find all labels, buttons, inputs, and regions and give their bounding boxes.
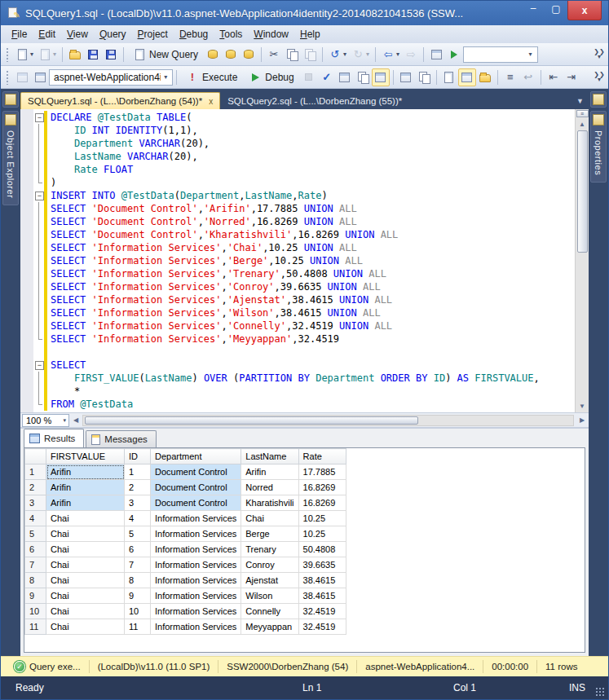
grid-cell[interactable]: 32.4519 — [298, 619, 346, 635]
menu-file[interactable]: File — [6, 27, 33, 42]
fold-collapse-icon[interactable] — [33, 111, 44, 124]
menu-debug[interactable]: Debug — [174, 27, 214, 42]
toolbar-overflow-button[interactable]: ❯❯▾ — [594, 73, 605, 82]
row-number[interactable]: 4 — [25, 511, 46, 526]
grid-cell[interactable]: Berge — [241, 526, 298, 542]
toolbar-grip[interactable] — [6, 70, 10, 85]
column-header-lastname[interactable]: LastName — [241, 449, 298, 464]
grid-cell[interactable]: Arifin — [46, 495, 125, 511]
open-file-button[interactable] — [66, 46, 84, 64]
increase-indent-button[interactable]: ⇥ — [563, 68, 580, 86]
code-line[interactable]: SELECT 'Document Control','Kharatishvili… — [33, 228, 575, 241]
code-line[interactable]: SELECT 'Information Services','Meyyappan… — [33, 332, 575, 346]
grid-cell[interactable]: Information Services — [151, 588, 241, 604]
grid-cell[interactable]: Information Services — [151, 511, 241, 526]
grid-corner-header[interactable] — [25, 449, 46, 464]
parse-button[interactable]: ✓ — [318, 68, 336, 86]
find-combo[interactable]: ▾ — [463, 46, 538, 63]
redo-button[interactable]: ↻▾ — [349, 46, 372, 64]
grid-cell[interactable]: Arifin — [46, 480, 125, 495]
menu-help[interactable]: Help — [294, 27, 326, 42]
grid-cell[interactable]: 6 — [125, 542, 151, 557]
object-explorer-icon[interactable] — [5, 94, 16, 105]
code-line[interactable]: Department VARCHAR(20), — [33, 137, 575, 150]
connect-button[interactable] — [13, 68, 31, 86]
grid-cell[interactable]: Chai — [241, 511, 298, 526]
tab-messages[interactable]: Messages — [86, 430, 156, 447]
grid-cell[interactable]: Document Control — [151, 464, 241, 480]
new-mdx-query-button[interactable] — [204, 46, 222, 64]
scroll-left-icon[interactable]: ◀ — [69, 416, 82, 424]
grid-cell[interactable]: Document Control — [151, 480, 241, 495]
code-line[interactable]: SELECT 'Information Services','Chai',10.… — [33, 241, 575, 254]
properties-tab[interactable]: Properties — [590, 111, 607, 183]
grid-cell[interactable]: Chai — [46, 588, 125, 604]
navigate-forward-button[interactable]: ⇨ — [402, 46, 420, 64]
grid-cell[interactable]: 7 — [125, 557, 151, 573]
object-explorer-tab[interactable]: Object Explorer — [2, 111, 19, 205]
code-line[interactable]: SELECT 'Information Services','Wilson',3… — [33, 306, 575, 319]
vertical-scroll-thumb[interactable] — [577, 130, 588, 253]
include-actual-plan-button[interactable] — [397, 68, 415, 86]
code-line[interactable]: INSERT INTO @TestData(Department,LastNam… — [33, 189, 575, 202]
grid-cell[interactable]: 17.7885 — [298, 464, 346, 480]
stop-button[interactable] — [300, 68, 318, 86]
uncomment-lines-button[interactable]: ↩ — [519, 68, 537, 86]
grid-cell[interactable]: Ajenstat — [241, 573, 298, 588]
row-number[interactable]: 5 — [25, 526, 46, 542]
new-query-button[interactable]: New Query — [127, 46, 204, 64]
navigate-backward-button[interactable]: ⇦▾ — [379, 46, 402, 64]
decrease-indent-button[interactable]: ⇤ — [545, 68, 563, 86]
code-line[interactable]: SELECT 'Information Services','Connelly'… — [33, 319, 575, 332]
code-line[interactable]: SELECT — [33, 359, 575, 372]
code-line[interactable] — [33, 346, 575, 359]
code-line[interactable]: FIRST_VALUE(LastName) OVER (PARTITION BY… — [33, 372, 575, 385]
execute-button[interactable]: !Execute — [180, 68, 243, 86]
client-statistics-button[interactable] — [415, 68, 433, 86]
activity-monitor-button[interactable] — [427, 46, 445, 64]
code-line[interactable]: Rate FLOAT — [33, 163, 575, 176]
code-line[interactable]: ) — [33, 176, 575, 189]
menu-edit[interactable]: Edit — [33, 27, 61, 42]
code-line[interactable]: SELECT 'Document Control','Norred',16.82… — [33, 215, 575, 228]
horizontal-scroll-thumb[interactable] — [85, 416, 418, 425]
grid-cell[interactable]: 11 — [125, 619, 151, 635]
code-line[interactable]: SELECT 'Information Services','Conroy',3… — [33, 280, 575, 293]
grid-cell[interactable]: Conroy — [241, 557, 298, 573]
comment-lines-button[interactable]: ≡ — [501, 68, 519, 86]
editor-vertical-scrollbar[interactable]: ≡ ▲ ▼ — [575, 109, 589, 412]
grid-cell[interactable]: Connelly — [241, 604, 298, 619]
new-dmx-query-button[interactable] — [222, 46, 240, 64]
grid-cell[interactable]: Chai — [46, 619, 125, 635]
menu-project[interactable]: Project — [132, 27, 174, 42]
column-header-firstvalue[interactable]: FIRSTVALUE — [46, 449, 125, 464]
save-button[interactable] — [84, 46, 102, 64]
scroll-right-icon[interactable]: ▶ — [576, 416, 589, 424]
column-header-id[interactable]: ID — [125, 449, 151, 464]
minimize-button[interactable]: – — [522, 1, 545, 17]
save-all-button[interactable] — [102, 46, 120, 64]
new-xmla-query-button[interactable] — [240, 46, 258, 64]
scroll-up-icon[interactable]: ▲ — [576, 118, 589, 130]
undo-button[interactable]: ↺▾ — [326, 46, 349, 64]
grid-cell[interactable]: 38.4615 — [298, 573, 346, 588]
grid-cell[interactable]: Information Services — [151, 542, 241, 557]
row-number[interactable]: 1 — [25, 464, 46, 480]
grid-cell[interactable]: Chai — [46, 526, 125, 542]
grid-cell[interactable]: 10.25 — [298, 526, 346, 542]
row-number[interactable]: 10 — [25, 604, 46, 619]
copy-button[interactable] — [283, 46, 301, 64]
scroll-down-icon[interactable]: ▼ — [576, 400, 589, 412]
fold-collapse-icon[interactable] — [33, 359, 44, 372]
new-query-dropdown-button[interactable]: ▾ — [13, 46, 36, 64]
row-number[interactable]: 9 — [25, 588, 46, 604]
code-line[interactable]: DECLARE @TestData TABLE( — [33, 111, 575, 124]
grid-cell[interactable]: 2 — [125, 480, 151, 495]
menu-window[interactable]: Window — [248, 27, 294, 42]
results-to-text-button[interactable] — [440, 68, 458, 86]
editor-horizontal-scrollbar[interactable] — [82, 415, 574, 426]
code-line[interactable]: SELECT 'Information Services','Trenary',… — [33, 267, 575, 280]
split-window-handle[interactable]: ≡ — [576, 110, 589, 117]
grid-cell[interactable]: 16.8269 — [298, 495, 346, 511]
tab-close-icon[interactable]: x — [209, 97, 213, 106]
